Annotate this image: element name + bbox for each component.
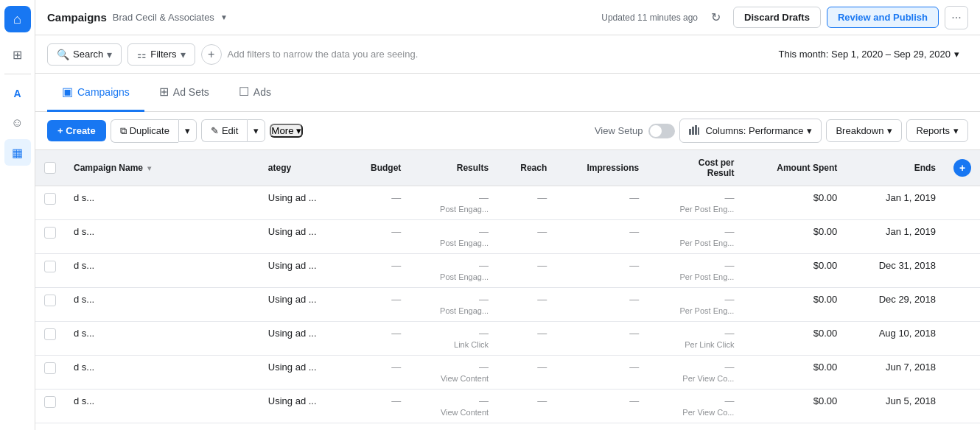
campaign-name-value: d s... bbox=[74, 294, 94, 305]
strategy-value: Using ad ... bbox=[268, 226, 317, 237]
row-checkbox-cell[interactable] bbox=[35, 254, 65, 288]
duplicate-icon: ⧉ bbox=[120, 125, 127, 137]
columns-button[interactable]: Columns: Performance ▾ bbox=[679, 119, 822, 143]
budget-value: — bbox=[391, 226, 401, 237]
ends-cell: Jun 5, 2018 bbox=[846, 390, 945, 423]
tab-campaigns-label: Campaigns bbox=[77, 86, 130, 98]
cost-sub: Per Link Click bbox=[657, 340, 734, 349]
ends-value: Jan 1, 2019 bbox=[886, 192, 936, 203]
row-checkbox[interactable] bbox=[44, 193, 56, 205]
sidebar-item-grid[interactable]: ▦ bbox=[4, 139, 31, 166]
duplicate-button[interactable]: ⧉ Duplicate bbox=[111, 119, 178, 143]
create-button[interactable]: + Create bbox=[47, 120, 106, 141]
cost-per-result-cell: — Per Post Eng... bbox=[648, 186, 743, 220]
filters-button[interactable]: ⚏ Filters ▾ bbox=[127, 43, 195, 66]
row-checkbox[interactable] bbox=[44, 396, 56, 408]
results-value: — bbox=[479, 395, 489, 406]
review-publish-button[interactable]: Review and Publish bbox=[827, 7, 939, 28]
account-dropdown-arrow[interactable]: ▼ bbox=[220, 13, 228, 21]
search-button[interactable]: 🔍 Search ▾ bbox=[47, 43, 122, 66]
add-filter-button[interactable]: + bbox=[201, 44, 222, 65]
row-extra-cell bbox=[945, 186, 980, 220]
view-setup-label: View Setup bbox=[595, 125, 643, 136]
svg-rect-0 bbox=[689, 129, 691, 135]
amount-spent-cell: $0.00 bbox=[743, 356, 846, 390]
edit-group: ✎ Edit ▾ bbox=[201, 119, 265, 142]
reports-button[interactable]: Reports ▾ bbox=[906, 119, 968, 142]
row-checkbox-cell[interactable] bbox=[35, 322, 65, 356]
impressions-value: — bbox=[629, 395, 639, 406]
reach-cell: — bbox=[497, 186, 556, 220]
campaign-name-cell: d s... bbox=[65, 220, 259, 254]
ends-value: Dec 31, 2018 bbox=[879, 260, 936, 271]
campaign-name-cell: d s... bbox=[65, 288, 259, 322]
breakdown-label: Breakdown bbox=[836, 125, 883, 136]
tab-campaigns[interactable]: ▣ Campaigns bbox=[47, 74, 144, 112]
select-all-header[interactable] bbox=[35, 150, 65, 186]
cost-sub: Per Post Eng... bbox=[657, 306, 734, 315]
row-checkbox-cell[interactable] bbox=[35, 390, 65, 423]
strategy-value: Using ad ... bbox=[268, 362, 317, 373]
add-column-button[interactable]: + bbox=[953, 159, 971, 177]
cost-value: — bbox=[724, 395, 734, 406]
strategy-value: Using ad ... bbox=[268, 328, 317, 339]
sidebar-item-apps[interactable]: ⊞ bbox=[4, 41, 31, 68]
refresh-button[interactable]: ↻ bbox=[704, 6, 727, 29]
view-setup-toggle[interactable] bbox=[648, 124, 675, 138]
row-checkbox[interactable] bbox=[44, 362, 56, 374]
ends-value: Jun 7, 2018 bbox=[886, 362, 936, 373]
cost-value: — bbox=[724, 328, 734, 339]
cost-per-result-cell: — Per Post Eng... bbox=[648, 254, 743, 288]
date-range-button[interactable]: This month: Sep 1, 2020 – Sep 29, 2020 ▾ bbox=[770, 44, 968, 64]
row-checkbox[interactable] bbox=[44, 261, 56, 272]
duplicate-label: Duplicate bbox=[130, 125, 169, 136]
tab-ads[interactable]: ☐ Ads bbox=[224, 74, 286, 112]
results-sub: Post Engag... bbox=[419, 272, 489, 281]
impressions-value: — bbox=[629, 362, 639, 373]
cost-value: — bbox=[724, 226, 734, 237]
strategy-cell: Using ad ... bbox=[259, 322, 346, 356]
row-extra-cell bbox=[945, 322, 980, 356]
ends-cell: Aug 10, 2018 bbox=[846, 322, 945, 356]
campaign-name-header[interactable]: Campaign Name ▾ bbox=[65, 150, 259, 186]
strategy-value: Using ad ... bbox=[268, 294, 317, 305]
amount-value: $0.00 bbox=[813, 192, 838, 203]
edit-button[interactable]: ✎ Edit bbox=[201, 119, 247, 142]
row-checkbox[interactable] bbox=[44, 328, 56, 340]
row-checkbox-cell[interactable] bbox=[35, 186, 65, 220]
budget-cell: — bbox=[346, 322, 410, 356]
header-more-button[interactable]: ··· bbox=[945, 6, 968, 29]
duplicate-dropdown-button[interactable]: ▾ bbox=[178, 119, 197, 142]
more-button[interactable]: More ▾ bbox=[270, 124, 303, 138]
row-checkbox[interactable] bbox=[44, 227, 56, 239]
budget-cell: — bbox=[346, 254, 410, 288]
row-checkbox[interactable] bbox=[44, 295, 56, 306]
reach-cell: — bbox=[497, 288, 556, 322]
breakdown-button[interactable]: Breakdown ▾ bbox=[826, 119, 902, 142]
impressions-header: Impressions bbox=[556, 150, 648, 186]
campaigns-table-wrap: Campaign Name ▾ ategy Budget Results Rea… bbox=[35, 150, 980, 430]
discard-drafts-button[interactable]: Discard Drafts bbox=[733, 7, 821, 28]
sidebar-item-person[interactable]: ☺ bbox=[4, 110, 31, 136]
cost-per-result-cell: — Per Link Click bbox=[648, 322, 743, 356]
edit-dropdown-button[interactable]: ▾ bbox=[247, 119, 265, 142]
reach-cell: — bbox=[497, 254, 556, 288]
row-extra-cell bbox=[945, 288, 980, 322]
reach-value: — bbox=[537, 260, 547, 271]
reach-value: — bbox=[537, 192, 547, 203]
filters-label: Filters bbox=[150, 49, 176, 60]
strategy-cell: Using ad ... bbox=[259, 186, 346, 220]
row-checkbox-cell[interactable] bbox=[35, 288, 65, 322]
toolbar: + Create ⧉ Duplicate ▾ ✎ Edit ▾ More ▾ V… bbox=[35, 112, 980, 150]
budget-cell: — bbox=[346, 186, 410, 220]
row-checkbox-cell[interactable] bbox=[35, 220, 65, 254]
amount-value: $0.00 bbox=[813, 226, 838, 237]
amount-spent-cell: $0.00 bbox=[743, 322, 846, 356]
row-checkbox-cell[interactable] bbox=[35, 356, 65, 390]
add-column-header[interactable]: + bbox=[945, 150, 980, 186]
svg-rect-3 bbox=[698, 127, 699, 135]
tab-ad-sets[interactable]: ⊞ Ad Sets bbox=[144, 74, 224, 112]
select-all-checkbox[interactable] bbox=[44, 162, 56, 174]
table-header-row: Campaign Name ▾ ategy Budget Results Rea… bbox=[35, 150, 980, 186]
edit-label: Edit bbox=[222, 125, 238, 136]
